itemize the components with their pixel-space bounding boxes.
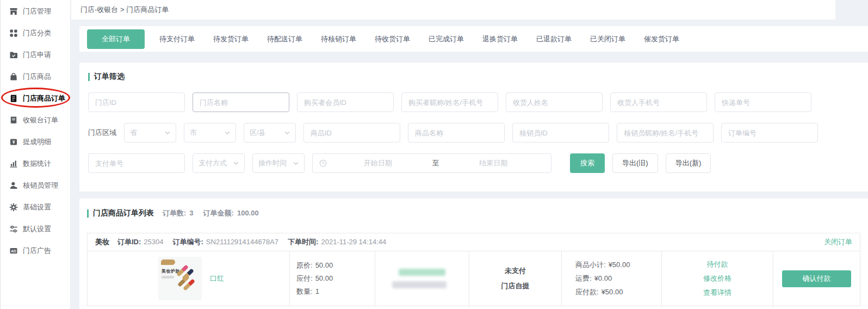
start-date-placeholder: 开始日期	[327, 158, 429, 168]
consignee-phone-input[interactable]	[610, 92, 707, 112]
city-select[interactable]: 市	[184, 123, 236, 143]
tab-refunded[interactable]: 已退款订单	[527, 29, 581, 49]
shipping-fee-label: 运费:	[575, 274, 592, 282]
tab-pending-verification[interactable]: 待核销订单	[312, 29, 365, 49]
buyer-nickname-input[interactable]	[401, 92, 498, 112]
order-time-label: 下单时间:	[288, 238, 318, 246]
order-card: 美妆 订单ID:25304 订单编号:SN21112914144678A7 下单…	[87, 233, 860, 306]
order-row: 美妆护肤 口红 原价:50.00 应付:50.00 数量:1	[88, 251, 860, 306]
search-button[interactable]: 搜索	[570, 153, 605, 173]
sidebar-item-cashier-orders[interactable]: 收银台订单	[1, 109, 70, 131]
filter-title: 订单筛选	[88, 72, 859, 82]
sidebar-item-verifier-management[interactable]: 核销员管理	[1, 175, 70, 196]
action-cell: 确认付款	[773, 251, 860, 306]
order-count-label: 订单数:	[163, 209, 186, 217]
close-order-link[interactable]: 关闭订单	[824, 237, 852, 247]
sidebar-item-store-category[interactable]: 门店分类	[1, 22, 70, 44]
sidebar-item-store-management[interactable]: 门店管理	[1, 1, 70, 22]
product-name-link[interactable]: 口红	[210, 274, 224, 283]
svg-text:AD: AD	[11, 249, 16, 253]
order-amount-value: 100.00	[237, 209, 259, 217]
tab-pending-receipt[interactable]: 待收货订单	[365, 29, 419, 49]
svg-text:¥: ¥	[13, 139, 15, 145]
tab-all-orders[interactable]: 全部订单	[87, 29, 145, 49]
confirm-payment-button[interactable]: 确认付款	[782, 270, 851, 287]
store-name-input[interactable]	[193, 92, 289, 112]
quantity-label: 数量:	[296, 287, 313, 295]
operation-time-select[interactable]: 操作时间	[252, 153, 305, 173]
sidebar: 门店管理 门店分类 门店申请 门店商品 门店商品订单 收银台订单 ¥ 提成明细 …	[0, 0, 71, 309]
receipt-icon	[9, 116, 18, 125]
payment-sn-input[interactable]	[88, 153, 185, 173]
sidebar-item-label: 门店管理	[23, 7, 51, 16]
sidebar-item-store-goods[interactable]: 门店商品	[1, 66, 70, 88]
tab-completed[interactable]: 已完成订单	[419, 29, 473, 49]
goods-id-input[interactable]	[303, 123, 400, 143]
buyer-member-id-input[interactable]	[297, 92, 394, 112]
payment-status: 未支付	[505, 266, 526, 276]
storefront-icon	[9, 7, 18, 16]
region-label: 门店区域	[88, 128, 116, 138]
select-placeholder: 区/县	[250, 128, 266, 138]
tab-closed[interactable]: 已关闭订单	[581, 29, 635, 49]
sidebar-item-label: 门店分类	[23, 28, 51, 38]
redacted-customer-name	[399, 269, 445, 276]
sidebar-item-store-ads[interactable]: AD 门店广告	[1, 240, 70, 262]
sidebar-item-label: 门店商品订单	[23, 94, 65, 103]
sidebar-item-store-goods-orders[interactable]: 门店商品订单	[1, 88, 70, 109]
order-list-section: 门店商品订单列表 订单数:3 订单金额:100.00 美妆 订单ID:25304…	[79, 199, 868, 309]
view-details-link[interactable]: 查看详情	[703, 288, 731, 298]
tab-pending-payment[interactable]: 待支付订单	[150, 29, 204, 49]
goods-name-input[interactable]	[408, 123, 505, 143]
sidebar-item-data-statistics[interactable]: 数据统计	[1, 153, 70, 175]
export-old-button[interactable]: 导出(旧)	[612, 153, 658, 173]
delivery-method: 门店自提	[501, 281, 530, 291]
date-range-picker[interactable]: 开始日期 至 结束日期	[312, 153, 551, 173]
store-id-input[interactable]	[88, 92, 185, 112]
verifier-user-icon	[9, 181, 18, 190]
category-grid-icon	[9, 29, 18, 38]
payable-label: 应付:	[296, 274, 313, 282]
folder-check-icon	[9, 51, 18, 59]
operations-cell: 待付款 修改价格 查看详情	[661, 251, 773, 306]
bar-chart-icon	[9, 159, 18, 168]
verifier-id-input[interactable]	[512, 123, 609, 143]
modify-price-link[interactable]: 修改价格	[703, 274, 731, 283]
product-image[interactable]: 美妆护肤	[158, 257, 202, 300]
sidebar-item-basic-settings[interactable]: 基础设置	[1, 196, 70, 218]
tab-urge-shipment[interactable]: 催发货订单	[635, 29, 689, 49]
clock-icon	[319, 159, 327, 167]
redacted-customer-phone	[392, 281, 447, 288]
amount-cell: 商品小计:¥50.00 运费:¥0.00 应付款:¥50.00	[561, 251, 661, 306]
order-clipboard-icon	[9, 94, 18, 103]
order-status-tabbar: 全部订单 待支付订单 待发货订单 待配送订单 待核销订单 待收货订单 已完成订单…	[79, 26, 868, 52]
tab-pending-delivery[interactable]: 待配送订单	[258, 29, 312, 49]
province-select[interactable]: 省	[124, 123, 176, 143]
sidebar-item-label: 数据统计	[23, 159, 51, 169]
product-cell: 美妆护肤 口红	[88, 251, 289, 306]
district-select[interactable]: 区/县	[244, 123, 296, 143]
sidebar-item-store-application[interactable]: 门店申请	[1, 44, 70, 66]
payment-method-select[interactable]: 支付方式	[193, 153, 245, 173]
tab-pending-shipment[interactable]: 待发货订单	[204, 29, 258, 49]
verifier-nickname-input[interactable]	[617, 123, 714, 143]
customer-cell	[375, 251, 469, 306]
gear-icon	[9, 203, 18, 212]
sidebar-item-default-settings[interactable]: 默认设置	[1, 218, 70, 240]
filter-row-3: 支付方式 操作时间 开始日期 至 结束日期 搜索 导出(旧) 导出(新)	[88, 153, 859, 173]
tab-return-exchange[interactable]: 退换货订单	[473, 29, 527, 49]
sidebar-item-label: 门店广告	[23, 246, 51, 256]
amount-due-value: ¥50.00	[602, 288, 623, 296]
ad-badge-icon: AD	[9, 246, 18, 255]
sidebar-item-label: 默认设置	[23, 224, 51, 234]
consignee-name-input[interactable]	[506, 92, 603, 112]
commission-wallet-icon: ¥	[9, 138, 18, 146]
select-placeholder: 操作时间	[258, 158, 287, 168]
tracking-number-input[interactable]	[715, 92, 811, 112]
original-price-label: 原价:	[296, 261, 313, 269]
order-sn-input[interactable]	[721, 123, 818, 143]
sidebar-item-commission-details[interactable]: ¥ 提成明细	[1, 131, 70, 153]
product-badge	[161, 259, 175, 265]
breadcrumb: 门店-收银台 > 门店商品订单	[71, 0, 835, 20]
export-new-button[interactable]: 导出(新)	[666, 153, 711, 173]
